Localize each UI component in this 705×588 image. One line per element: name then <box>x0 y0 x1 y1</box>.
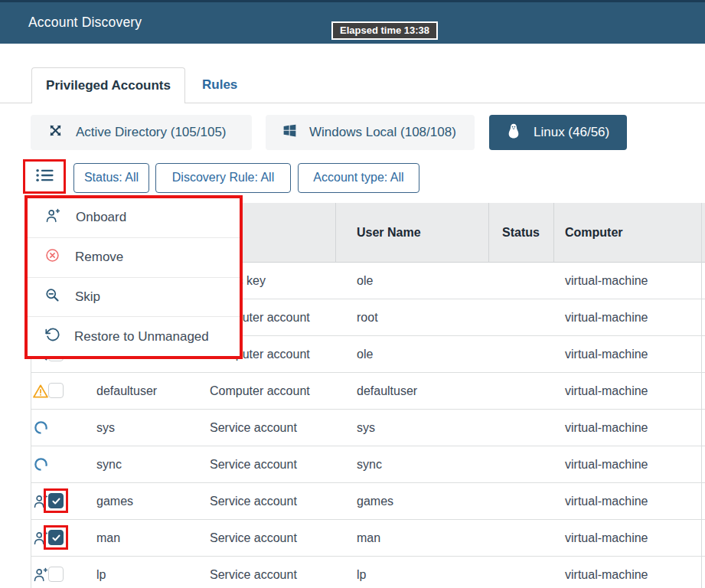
status-processing-spinner-icon <box>31 446 50 482</box>
menu-item-restore-to-unmanaged[interactable]: Restore to Unmanaged <box>28 317 240 356</box>
cell-name: sys <box>96 410 115 446</box>
cell-account-type: Service account <box>210 446 297 482</box>
cell-computer: virtual-machine <box>565 483 648 519</box>
column-header-status[interactable]: Status <box>502 203 540 263</box>
cell-computer: virtual-machine <box>565 557 648 588</box>
column-header-user-name[interactable]: User Name <box>357 203 421 263</box>
cell-user-name: games <box>357 483 393 519</box>
cell-computer: virtual-machine <box>565 336 648 372</box>
row-checkbox[interactable] <box>48 383 64 398</box>
cell-account-type: Service account <box>210 483 297 519</box>
source-linux-button[interactable]: Linux (46/56) <box>489 115 627 150</box>
annotation-highlight-bulk-actions <box>23 159 66 194</box>
cell-user-name: ole <box>357 336 373 372</box>
cell-account-type: Service account <box>210 520 297 556</box>
table-row: defaultuser Computer account defaultuser… <box>31 373 705 410</box>
menu-item-label: Skip <box>75 289 100 305</box>
cell-account-type: Computer account <box>210 373 310 409</box>
menu-item-label: Remove <box>75 250 123 265</box>
cell-user-name: man <box>357 520 380 556</box>
annotation-highlight-bulk-menu: Onboard Remove Skip Restore to Unmanaged <box>24 195 243 359</box>
cell-user-name: sys <box>357 410 375 446</box>
source-label: Linux (46/56) <box>534 125 609 140</box>
table-row: sync Service account sync virtual-machin… <box>31 446 705 483</box>
skip-magnifier-minus-icon <box>44 287 60 307</box>
filter-status-dropdown[interactable]: Status: All <box>73 163 149 193</box>
remove-circle-x-icon <box>44 247 60 267</box>
windows-icon <box>282 122 298 142</box>
menu-item-remove[interactable]: Remove <box>28 238 240 278</box>
status-processing-spinner-icon <box>31 410 50 446</box>
cell-computer: virtual-machine <box>565 263 648 299</box>
tab-rules[interactable]: Rules <box>193 67 246 103</box>
top-bar: Account Discovery Elapsed time 13:38 <box>0 0 705 44</box>
cell-name: man <box>96 520 120 556</box>
cell-user-name: sync <box>357 446 382 482</box>
cell-computer: virtual-machine <box>565 299 648 335</box>
table-row: lp Service account lp virtual-machine <box>31 557 705 588</box>
tab-privileged-accounts[interactable]: Privileged Accounts <box>31 67 185 103</box>
row-checkbox[interactable] <box>48 567 64 582</box>
menu-item-label: Restore to Unmanaged <box>74 329 209 345</box>
annotation-highlight-checkbox <box>44 525 68 550</box>
source-label: Active Directory (105/105) <box>76 125 227 140</box>
elapsed-time-badge: Elapsed time 13:38 <box>331 21 438 40</box>
table-right-border <box>701 203 702 588</box>
cell-name: games <box>96 483 133 519</box>
table-row: games Service account games virtual-mach… <box>31 483 705 520</box>
bulk-actions-button[interactable] <box>36 168 54 185</box>
menu-item-onboard[interactable]: Onboard <box>28 198 240 238</box>
table-row: man Service account man virtual-machine <box>31 520 705 557</box>
restore-undo-icon <box>44 327 60 346</box>
annotation-highlight-checkbox <box>44 488 68 513</box>
column-divider <box>553 203 554 263</box>
cell-name: lp <box>96 557 106 588</box>
table-row: sys Service account sys virtual-machine <box>31 410 705 446</box>
cell-user-name: lp <box>357 557 366 588</box>
page-title: Account Discovery <box>28 0 142 44</box>
cell-user-name: ole <box>357 263 373 299</box>
source-active-directory-button[interactable]: Active Directory (105/105) <box>31 115 252 150</box>
cell-account-type: Service account <box>210 557 297 588</box>
cell-computer: virtual-machine <box>565 410 648 446</box>
cell-user-name: root <box>357 299 378 335</box>
cell-user-name: defaultuser <box>357 373 417 409</box>
menu-item-label: Onboard <box>76 210 126 225</box>
cell-computer: virtual-machine <box>565 520 648 556</box>
linux-penguin-icon <box>505 122 522 143</box>
column-divider <box>335 203 336 263</box>
cell-account-type: Service account <box>210 410 297 446</box>
status-pending-onboard-person-plus-icon <box>31 557 50 588</box>
cell-name: defaultuser <box>96 373 157 409</box>
source-label: Windows Local (108/108) <box>309 125 456 140</box>
cell-computer: virtual-machine <box>565 446 648 482</box>
filter-account-type-dropdown[interactable]: Account type: All <box>298 163 419 193</box>
status-warning-icon <box>31 373 50 409</box>
column-divider <box>488 203 489 263</box>
cell-name: sync <box>96 446 122 482</box>
cell-computer: virtual-machine <box>565 373 648 409</box>
onboard-person-plus-icon <box>44 207 61 228</box>
column-header-computer[interactable]: Computer <box>565 203 623 263</box>
menu-item-skip[interactable]: Skip <box>28 278 240 318</box>
active-directory-icon <box>47 122 64 143</box>
filter-discovery-rule-dropdown[interactable]: Discovery Rule: All <box>155 163 291 193</box>
source-windows-local-button[interactable]: Windows Local (108/108) <box>266 115 475 150</box>
